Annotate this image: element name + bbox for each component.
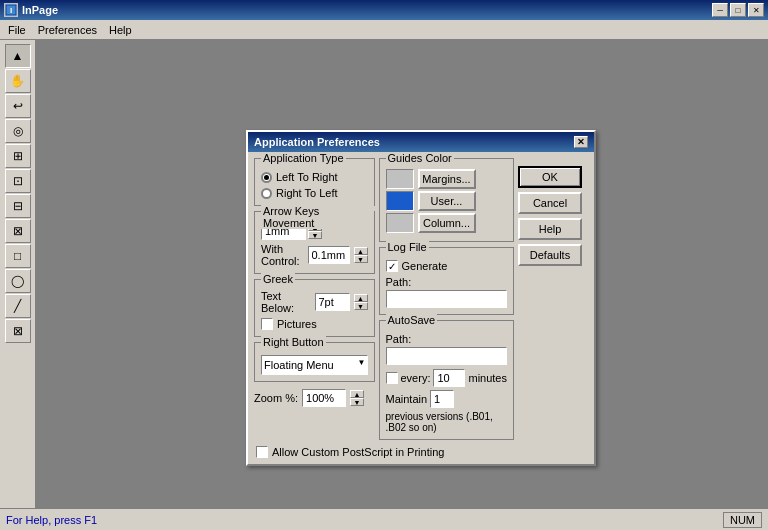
cancel-button[interactable]: Cancel bbox=[518, 192, 582, 214]
dialog-title-bar: Application Preferences ✕ bbox=[248, 132, 594, 152]
window-close-button[interactable]: ✕ bbox=[748, 3, 764, 17]
tool-oval[interactable]: ◯ bbox=[5, 269, 31, 293]
tool-rect[interactable]: □ bbox=[5, 244, 31, 268]
right-button-label: Right Button bbox=[261, 336, 326, 348]
help-text: For Help, press F1 bbox=[6, 514, 97, 526]
every-input[interactable] bbox=[433, 369, 465, 387]
allow-postscript-row: Allow Custom PostScript in Printing bbox=[248, 444, 594, 464]
autosave-path-input[interactable] bbox=[386, 347, 508, 365]
application-type-section: Application Type Left To Right Right To … bbox=[254, 158, 375, 206]
guides-color-rows: Margins... User... Column... bbox=[386, 169, 508, 233]
log-file-section: Log File ✓ Generate Path: bbox=[379, 247, 515, 315]
tool-hash[interactable]: ⊡ bbox=[5, 169, 31, 193]
autosave-path-label: Path: bbox=[386, 333, 412, 345]
minutes-label: minutes bbox=[468, 372, 507, 384]
left-to-right-label: Left To Right bbox=[276, 171, 338, 183]
zoom-down[interactable]: ▼ bbox=[350, 398, 364, 406]
previous-label: previous versions (.B01, .B02 so on) bbox=[386, 411, 508, 433]
log-file-label: Log File bbox=[386, 241, 429, 253]
greek-label: Greek bbox=[261, 273, 295, 285]
generate-checkbox[interactable]: ✓ bbox=[386, 260, 398, 272]
column-button[interactable]: Column... bbox=[418, 213, 476, 233]
tool-box-cross[interactable]: ⊠ bbox=[5, 219, 31, 243]
right-to-left-row[interactable]: Right To Left bbox=[261, 187, 368, 199]
application-preferences-dialog: Application Preferences ✕ Application Ty… bbox=[246, 130, 596, 466]
right-to-left-radio[interactable] bbox=[261, 188, 272, 199]
num-indicator: NUM bbox=[723, 512, 762, 528]
zoom-up[interactable]: ▲ bbox=[350, 390, 364, 398]
tool-undo[interactable]: ↩ bbox=[5, 94, 31, 118]
allow-postscript-checkbox[interactable] bbox=[256, 446, 268, 458]
minimize-button[interactable]: ─ bbox=[712, 3, 728, 17]
pictures-row[interactable]: Pictures bbox=[261, 318, 368, 330]
dialog-title-text: Application Preferences bbox=[254, 136, 380, 148]
main-area: ▲ ✋ ↩ ◎ ⊞ ⊡ ⊟ ⊠ □ ◯ ╱ ⊠ Application Pref… bbox=[0, 40, 768, 508]
text-below-label: Text Below: bbox=[261, 290, 311, 314]
svg-text:I: I bbox=[10, 6, 12, 15]
maximize-button[interactable]: □ bbox=[730, 3, 746, 17]
log-path-label: Path: bbox=[386, 276, 412, 288]
text-below-up[interactable]: ▲ bbox=[354, 294, 368, 302]
right-button-section: Right Button Floating Menu Context Menu … bbox=[254, 342, 375, 382]
text-below-spinner: ▲ ▼ bbox=[354, 294, 368, 310]
with-control-input[interactable] bbox=[308, 246, 350, 264]
dialog-overlay: Application Preferences ✕ Application Ty… bbox=[36, 40, 768, 508]
guides-color-section: Guides Color Margins... User... bbox=[379, 158, 515, 242]
zoom-spinner: ▲ ▼ bbox=[350, 390, 364, 406]
menu-preferences[interactable]: Preferences bbox=[32, 22, 103, 38]
left-toolbar: ▲ ✋ ↩ ◎ ⊞ ⊡ ⊟ ⊠ □ ◯ ╱ ⊠ bbox=[0, 40, 36, 508]
with-control-label: With Control: bbox=[261, 243, 304, 267]
left-to-right-row[interactable]: Left To Right bbox=[261, 171, 368, 183]
user-row: User... bbox=[386, 191, 508, 211]
dialog-close-button[interactable]: ✕ bbox=[574, 136, 588, 148]
help-button[interactable]: Help bbox=[518, 218, 582, 240]
title-bar: I InPage ─ □ ✕ bbox=[0, 0, 768, 20]
autosave-label: AutoSave bbox=[386, 314, 438, 326]
greek-section: Greek Text Below: ▲ ▼ bbox=[254, 279, 375, 337]
app-icon: I bbox=[4, 3, 18, 17]
pictures-checkbox[interactable] bbox=[261, 318, 273, 330]
tool-circle-dot[interactable]: ◎ bbox=[5, 119, 31, 143]
margins-row: Margins... bbox=[386, 169, 508, 189]
application-type-label: Application Type bbox=[261, 152, 346, 164]
tool-slash[interactable]: ╱ bbox=[5, 294, 31, 318]
window-title: InPage bbox=[22, 4, 712, 16]
menu-file[interactable]: File bbox=[2, 22, 32, 38]
tool-grid[interactable]: ⊞ bbox=[5, 144, 31, 168]
zoom-input[interactable] bbox=[302, 389, 346, 407]
column-row: Column... bbox=[386, 213, 508, 233]
allow-postscript-label: Allow Custom PostScript in Printing bbox=[272, 446, 444, 458]
autosave-every-row: every: minutes bbox=[386, 369, 508, 387]
column-swatch bbox=[386, 213, 414, 233]
tool-hand[interactable]: ✋ bbox=[5, 69, 31, 93]
user-button[interactable]: User... bbox=[418, 191, 476, 211]
text-below-down[interactable]: ▼ bbox=[354, 302, 368, 310]
log-path-input[interactable] bbox=[386, 290, 508, 308]
maintain-input[interactable] bbox=[430, 390, 454, 408]
autosave-maintain-row: Maintain previous versions (.B01, .B02 s… bbox=[386, 390, 508, 433]
left-to-right-radio[interactable] bbox=[261, 172, 272, 183]
guides-color-label: Guides Color bbox=[386, 152, 454, 164]
margins-button[interactable]: Margins... bbox=[418, 169, 476, 189]
tool-box-minus[interactable]: ⊟ bbox=[5, 194, 31, 218]
defaults-button[interactable]: Defaults bbox=[518, 244, 582, 266]
dialog-buttons: OK Cancel Help Defaults bbox=[518, 158, 588, 440]
status-bar: For Help, press F1 NUM bbox=[0, 508, 768, 530]
tool-select[interactable]: ▲ bbox=[5, 44, 31, 68]
zoom-label: Zoom %: bbox=[254, 392, 298, 404]
with-control-down[interactable]: ▼ bbox=[354, 255, 368, 263]
autosave-checkbox[interactable] bbox=[386, 372, 398, 384]
right-button-select-wrapper: Floating Menu Context Menu None ▼ bbox=[261, 355, 368, 375]
canvas-area: Application Preferences ✕ Application Ty… bbox=[36, 40, 768, 508]
with-control-up[interactable]: ▲ bbox=[354, 247, 368, 255]
menu-help[interactable]: Help bbox=[103, 22, 138, 38]
window-controls: ─ □ ✕ bbox=[712, 3, 764, 17]
tool-x[interactable]: ⊠ bbox=[5, 319, 31, 343]
pictures-label: Pictures bbox=[277, 318, 317, 330]
text-below-input[interactable] bbox=[315, 293, 350, 311]
autosave-section: AutoSave Path: every: minutes bbox=[379, 320, 515, 440]
arrow-keys-down[interactable]: ▼ bbox=[308, 231, 322, 239]
generate-label: Generate bbox=[402, 260, 448, 272]
ok-button[interactable]: OK bbox=[518, 166, 582, 188]
right-button-select[interactable]: Floating Menu Context Menu None bbox=[261, 355, 368, 375]
